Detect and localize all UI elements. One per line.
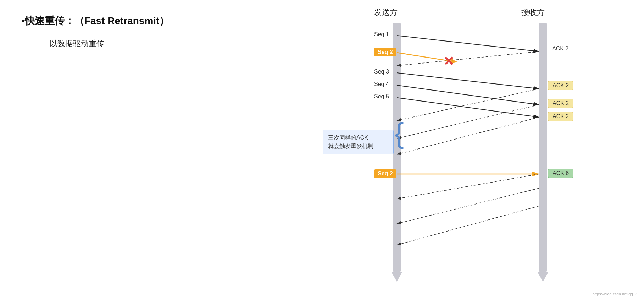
dropped-x-mark: ✕ bbox=[443, 54, 454, 69]
svg-line-12 bbox=[397, 206, 539, 245]
svg-line-11 bbox=[397, 188, 539, 224]
title: •快速重传：（Fast Retransmit） bbox=[21, 14, 227, 28]
svg-line-3 bbox=[397, 85, 539, 105]
left-panel: •快速重传：（Fast Retransmit） 以数据驱动重传 bbox=[0, 0, 248, 299]
svg-line-2 bbox=[397, 73, 539, 89]
svg-line-6 bbox=[397, 89, 539, 121]
receiver-header: 接收方 bbox=[521, 7, 545, 18]
ack2-top: ACK 2 bbox=[548, 44, 573, 53]
svg-line-5 bbox=[397, 51, 539, 66]
watermark: https://blog.csdn.net/qq_3... bbox=[593, 292, 640, 296]
seq2-bottom-box: Seq 2 bbox=[374, 169, 396, 178]
subtitle: 以数据驱动重传 bbox=[50, 38, 227, 49]
ack2-y1: ACK 2 bbox=[548, 81, 573, 90]
svg-line-7 bbox=[397, 105, 539, 138]
svg-line-8 bbox=[397, 117, 539, 154]
annotation-box: 三次同样的ACK， 就会触发重发机制 bbox=[323, 130, 394, 154]
brace-symbol: } bbox=[394, 119, 404, 147]
sender-header: 发送方 bbox=[374, 7, 398, 18]
svg-line-0 bbox=[397, 36, 539, 51]
seq3-label: Seq 3 bbox=[374, 69, 389, 75]
seq4-label: Seq 4 bbox=[374, 81, 389, 87]
ack2-y3: ACK 2 bbox=[548, 112, 573, 121]
annotation-line1: 三次同样的ACK， bbox=[328, 135, 374, 141]
seq5-label: Seq 5 bbox=[374, 93, 389, 100]
receiver-timeline bbox=[539, 23, 547, 272]
diagram-area: 发送方 接收方 bbox=[319, 0, 638, 299]
svg-line-4 bbox=[397, 98, 539, 117]
ack2-y2: ACK 2 bbox=[548, 99, 573, 108]
ack6: ACK 6 bbox=[548, 169, 573, 178]
seq2-top-box: Seq 2 bbox=[374, 48, 396, 56]
svg-line-10 bbox=[397, 174, 539, 199]
annotation-line2: 就会触发重发机制 bbox=[328, 143, 373, 149]
seq1-label: Seq 1 bbox=[374, 31, 389, 38]
